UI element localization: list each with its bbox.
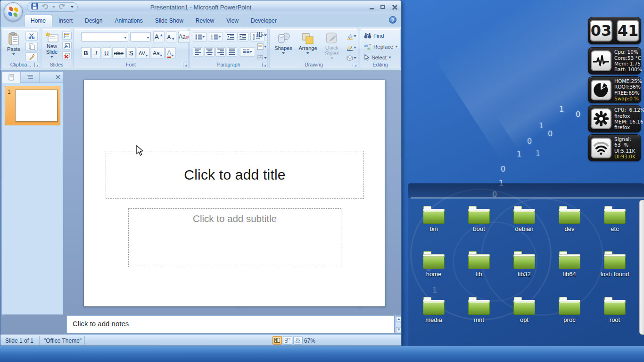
wallpaper-binary-digit: 0	[501, 165, 505, 173]
font-italic-button[interactable]: I	[91, 47, 101, 58]
desktop-folder-media[interactable]: media	[416, 297, 452, 323]
select-button[interactable]: Select	[364, 54, 391, 61]
close-button[interactable]	[389, 3, 399, 11]
clipboard-dialog-launcher[interactable]	[34, 63, 39, 67]
desktop-folder-boot[interactable]: boot	[461, 206, 497, 232]
new-slide-button[interactable]: New Slide	[42, 30, 61, 61]
bullets-button[interactable]	[193, 32, 207, 41]
shapes-button[interactable]: Shapes	[272, 30, 294, 61]
close-panel-icon[interactable]	[56, 75, 60, 79]
numbering-button[interactable]: 123	[209, 32, 223, 41]
find-button[interactable]: Find	[364, 33, 384, 39]
shape-fill-button[interactable]	[345, 32, 357, 41]
desktop-folder-lost+found[interactable]: lost+found	[597, 251, 633, 278]
select-arrow-icon	[364, 54, 370, 61]
drawing-dialog-launcher[interactable]	[353, 63, 357, 67]
maximize-button[interactable]	[378, 3, 388, 11]
title-placeholder[interactable]: Click to add title	[106, 151, 364, 199]
tab-view[interactable]: View	[220, 15, 245, 27]
font-change-case-button[interactable]: Aa	[151, 47, 165, 58]
columns-button[interactable]	[240, 47, 255, 57]
subtitle-placeholder[interactable]: Click to add subtitle	[128, 208, 341, 267]
desktop-folder-etc[interactable]: etc	[597, 206, 633, 232]
desktop-folder-debian[interactable]: debian	[506, 206, 542, 232]
tab-design[interactable]: Design	[79, 15, 108, 27]
font-bold-button[interactable]: B	[81, 47, 91, 58]
delete-slide-button[interactable]	[62, 51, 72, 59]
replace-button[interactable]: abac Replace	[364, 43, 398, 49]
reset-slide-button[interactable]	[62, 41, 72, 49]
office-button[interactable]	[4, 2, 23, 21]
font-dialog-launcher[interactable]	[183, 63, 187, 67]
scroll-up-icon[interactable]	[396, 316, 401, 321]
clear-formatting-button[interactable]: Aa	[178, 31, 190, 43]
normal-view-button[interactable]	[272, 336, 282, 345]
desktop-folder-dev[interactable]: dev	[552, 206, 587, 232]
copy-button[interactable]	[25, 42, 38, 51]
font-shadow-button[interactable]: S	[126, 47, 136, 58]
folder-label: lib32	[506, 271, 542, 278]
notes-pane[interactable]: Click to add notes	[66, 315, 395, 333]
folder-icon	[513, 206, 535, 224]
format-painter-button[interactable]	[25, 52, 38, 61]
tab-slides-thumbnails[interactable]	[2, 72, 21, 83]
layout-button[interactable]	[62, 32, 72, 40]
align-center-button[interactable]	[204, 47, 215, 57]
desktop-folder-proc[interactable]: proc	[552, 297, 587, 323]
numbering-caret	[218, 36, 221, 39]
font-char-spacing-button[interactable]: AV	[137, 47, 150, 58]
desktop-folder-lib64[interactable]: lib64	[552, 251, 587, 278]
scroll-down-icon[interactable]	[396, 327, 401, 332]
desktop-folder-opt[interactable]: opt	[506, 297, 542, 323]
align-right-button[interactable]	[215, 47, 226, 57]
shape-outline-caret	[354, 47, 356, 50]
tab-developer[interactable]: Developer	[245, 15, 283, 27]
tab-animations[interactable]: Animations	[108, 15, 149, 27]
title-bar[interactable]: Presentation1 - Microsoft PowerPoint	[0, 0, 401, 14]
theme-name[interactable]: "Office Theme"	[44, 337, 82, 344]
align-left-button[interactable]	[193, 47, 203, 57]
tab-home[interactable]: Home	[24, 15, 52, 27]
wallpaper-binary-digit: 1	[539, 121, 544, 130]
tab-insert[interactable]: Insert	[52, 15, 79, 27]
notes-scrollbar[interactable]	[395, 315, 402, 333]
file-panel-scrollbar[interactable]	[639, 200, 644, 335]
tab-slide-show[interactable]: Slide Show	[149, 15, 190, 27]
slide-thumbnail-selected[interactable]: 1	[5, 86, 60, 125]
desktop-folder-lib32[interactable]: lib32	[506, 251, 542, 278]
font-underline-button[interactable]: U	[102, 47, 111, 58]
desktop-folder-home[interactable]: home	[416, 251, 452, 278]
font-size-combo[interactable]	[130, 32, 151, 41]
paste-button[interactable]: Paste	[4, 30, 24, 60]
decrease-indent-button[interactable]	[225, 32, 236, 41]
desktop-folder-lib[interactable]: lib	[461, 251, 497, 278]
slideshow-button[interactable]	[293, 336, 303, 345]
cut-button[interactable]	[25, 32, 38, 41]
help-button[interactable]: ?	[389, 16, 396, 24]
folder-label: lib64	[552, 271, 587, 278]
svg-text:3: 3	[211, 38, 213, 40]
arrange-button[interactable]: Arrange	[296, 30, 320, 61]
text-direction-button[interactable]: A	[256, 30, 267, 41]
tab-review[interactable]: Review	[190, 15, 220, 27]
shape-outline-button[interactable]	[345, 43, 357, 52]
minimize-button[interactable]	[366, 3, 377, 11]
desktop-folder-mnt[interactable]: mnt	[461, 297, 497, 323]
shrink-font-button[interactable]: A▼	[166, 31, 176, 42]
zoom-level[interactable]: 67%	[304, 337, 315, 344]
align-text-button[interactable]	[256, 41, 267, 52]
font-strikethrough-button[interactable]: abe	[112, 47, 125, 58]
font-font-color-button[interactable]: A	[165, 47, 176, 58]
tab-outline[interactable]	[21, 72, 40, 83]
slide-sorter-button[interactable]	[283, 336, 292, 345]
quick-styles-button[interactable]: Quick Styles	[321, 30, 343, 61]
shape-effects-button[interactable]	[345, 54, 357, 62]
font-name-combo[interactable]	[81, 32, 128, 41]
increase-indent-button[interactable]	[237, 32, 248, 41]
grow-font-button[interactable]: A▲	[153, 31, 165, 42]
desktop-folder-bin[interactable]: bin	[416, 206, 452, 232]
desktop-folder-root[interactable]: root	[597, 297, 633, 323]
justify-button[interactable]	[227, 47, 237, 57]
slide-canvas[interactable]: Click to add title Click to add subtitle	[83, 80, 385, 307]
paragraph-dialog-launcher[interactable]	[262, 63, 266, 67]
